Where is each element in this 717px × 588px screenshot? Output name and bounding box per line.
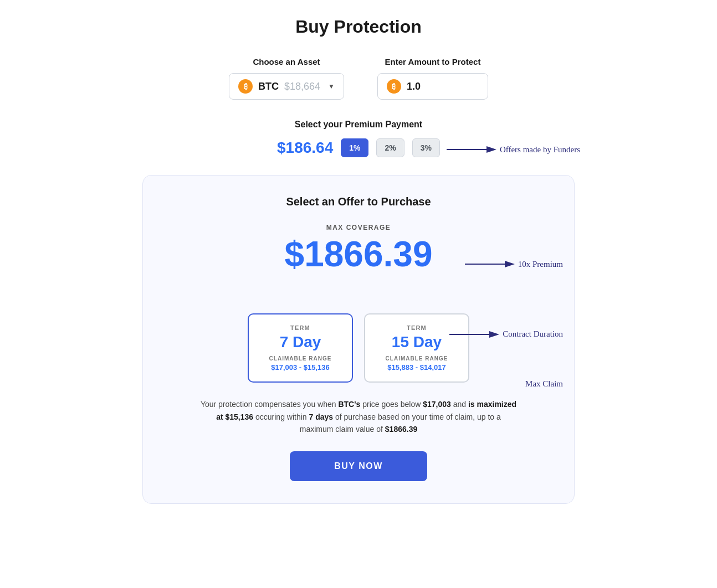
term-annotation-text: Contract Duration xyxy=(503,329,563,339)
chevron-down-icon: ▼ xyxy=(328,82,335,90)
offer-card: Select an Offer to Purchase MAX COVERAGE… xyxy=(142,175,575,504)
funders-arrow-icon xyxy=(447,143,496,156)
funders-annotation: Offers made by Funders xyxy=(447,143,580,156)
term-days-7day: 7 Day xyxy=(269,333,332,351)
asset-name: BTC xyxy=(258,81,279,92)
top-section: Choose an Asset ₿ BTC $18,664 ▼ Enter Am… xyxy=(142,57,575,100)
coverage-arrow-icon xyxy=(465,257,515,271)
premium-label: Select your Premium Payment xyxy=(142,120,575,130)
claimable-label-7day: CLAIMABLE RANGE xyxy=(269,355,332,362)
asset-selector[interactable]: ₿ BTC $18,664 ▼ xyxy=(229,73,344,100)
svg-marker-1 xyxy=(486,146,496,153)
claimable-label-15day: CLAIMABLE RANGE xyxy=(385,355,448,362)
pct-2-button[interactable]: 2% xyxy=(376,138,404,157)
svg-marker-5 xyxy=(489,331,499,338)
btc-icon: ₿ xyxy=(238,79,253,94)
term-card-7day[interactable]: TERM 7 Day CLAIMABLE RANGE $17,003 - $15… xyxy=(248,313,353,383)
offer-title: Select an Offer to Purchase xyxy=(165,195,552,208)
max-claim-annotation-text: Max Claim xyxy=(525,379,563,389)
amount-input-wrapper: ₿ xyxy=(377,73,488,100)
asset-field-group: Choose an Asset ₿ BTC $18,664 ▼ xyxy=(229,57,344,100)
coverage-annotation: 10x Premium xyxy=(465,257,563,271)
amount-field-group: Enter Amount to Protect ₿ xyxy=(377,57,488,100)
term-days-15day: 15 Day xyxy=(385,333,448,351)
funders-annotation-text: Offers made by Funders xyxy=(500,145,580,154)
claimable-range-15day: $15,883 - $14,017 xyxy=(385,363,448,372)
coverage-annotation-text: 10x Premium xyxy=(518,260,563,269)
term-label-15day: TERM xyxy=(385,324,448,331)
term-annotation: Contract Duration xyxy=(449,328,563,341)
amount-btc-icon: ₿ xyxy=(387,79,401,94)
buy-now-button[interactable]: BUY NOW xyxy=(290,451,427,481)
amount-input[interactable] xyxy=(407,81,473,92)
coverage-amount: $1866.39 xyxy=(285,235,433,274)
term-card-15day[interactable]: TERM 15 Day CLAIMABLE RANGE $15,883 - $1… xyxy=(364,313,469,383)
term-cards: TERM 7 Day CLAIMABLE RANGE $17,003 - $15… xyxy=(165,313,552,383)
max-coverage-label: MAX COVERAGE xyxy=(165,224,552,231)
term-arrow-icon xyxy=(449,328,499,341)
page-title: Buy Protection xyxy=(142,17,575,37)
max-claim-annotation: Max Claim xyxy=(472,379,563,389)
amount-label: Enter Amount to Protect xyxy=(385,57,481,66)
premium-amount: $186.64 xyxy=(277,139,333,157)
description-text: Your protection compensates you when BTC… xyxy=(165,398,552,435)
asset-label: Choose an Asset xyxy=(253,57,320,66)
premium-section: Select your Premium Payment $186.64 1% 2… xyxy=(142,120,575,157)
svg-marker-3 xyxy=(505,261,515,267)
claimable-range-7day: $17,003 - $15,136 xyxy=(269,363,332,372)
pct-1-button[interactable]: 1% xyxy=(341,138,368,157)
term-label-7day: TERM xyxy=(269,324,332,331)
asset-price: $18,664 xyxy=(284,81,320,92)
pct-3-button[interactable]: 3% xyxy=(412,138,440,157)
